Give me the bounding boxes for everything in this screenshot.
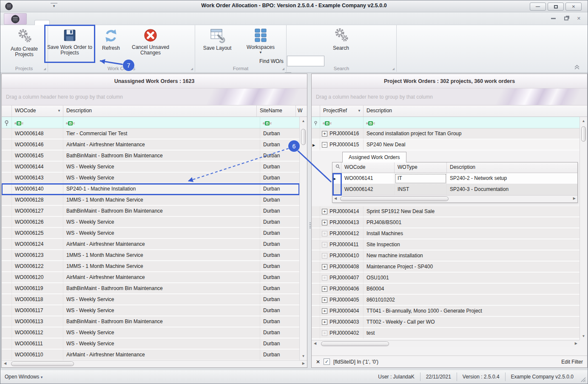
scrollbar-thumb[interactable] (581, 126, 586, 142)
filter-cell-sitename[interactable]: aBc (260, 117, 299, 128)
scrollbar-thumb[interactable] (321, 341, 389, 346)
scroll-right-icon[interactable]: ▶ (575, 341, 577, 345)
table-row[interactable]: WO0006113 BathBinMaint - Bathroom Bin Ma… (2, 316, 299, 327)
filter-dropdown-icon[interactable]: ▼ (358, 109, 361, 113)
scroll-left-icon[interactable]: ◀ (4, 361, 6, 365)
expand-button[interactable]: + (322, 264, 327, 270)
table-row[interactable]: WO0006120 AirMaint - Airfreshner Mainten… (2, 272, 299, 283)
table-row[interactable]: WO0006128 1MMS - 1 Month Machine Service… (2, 195, 299, 206)
expand-button[interactable]: + (322, 319, 327, 325)
project-row[interactable]: + PRJ0000416 Second installation project… (312, 128, 579, 139)
project-row[interactable]: + PRJ0000412 Install Machines (312, 228, 579, 239)
table-row[interactable]: WO0006125 WS - Weekly Service Durban (2, 228, 299, 239)
expand-button[interactable]: + (322, 286, 327, 292)
column-header-sitename[interactable]: SiteName (257, 105, 296, 117)
refresh-button[interactable]: Refresh (98, 28, 124, 51)
resize-grip-icon[interactable] (580, 376, 586, 382)
table-row[interactable]: WO0006144 WS - Weekly Service Durban (2, 162, 299, 173)
vertical-scrollbar[interactable]: ▲ ▼ (579, 117, 587, 340)
project-row[interactable]: + PRJ0000411 Site Inspection (312, 239, 579, 250)
scroll-left-icon[interactable]: ◀ (314, 341, 316, 345)
dialog-launcher-icon[interactable]: ◢ (282, 67, 284, 71)
minimize-button[interactable]: — (530, 3, 546, 11)
column-header-projectref[interactable]: ProjectRef ▼ (320, 105, 364, 117)
scroll-right-icon[interactable]: ▶ (302, 361, 305, 365)
ribbon-tab[interactable] (79, 20, 93, 25)
close-button[interactable]: ✕ (565, 3, 582, 11)
table-row[interactable]: WO0006145 BathBinMaint - Bathroom Bin Ma… (2, 151, 299, 162)
expand-button[interactable]: + (322, 308, 327, 314)
filter-enabled-checkbox[interactable]: ✓ (324, 358, 330, 365)
project-row[interactable]: + PRJ0000414 Sprint SP1912 New Deal Sale (312, 206, 579, 217)
table-row[interactable]: WO0006143 WS - Weekly Service Durban (2, 173, 299, 184)
ribbon-tab[interactable] (34, 20, 50, 25)
column-header-description[interactable]: Description (364, 105, 587, 117)
scroll-up-icon[interactable]: ▲ (300, 119, 307, 123)
table-row[interactable]: WO0006111 WS - Weekly Service Durban (2, 338, 299, 350)
maximize-button[interactable] (548, 3, 564, 11)
expand-button[interactable]: + (322, 297, 327, 303)
scroll-down-icon[interactable]: ▼ (580, 334, 587, 338)
project-row[interactable]: + PRJ0000408 Maintenance Project - SP400 (312, 262, 579, 273)
table-row[interactable]: WO0006117 WS - Weekly Service Durban (2, 305, 299, 316)
expand-button[interactable]: + (322, 275, 327, 281)
filter-dropdown-icon[interactable]: ▼ (57, 109, 61, 113)
find-wo-input[interactable] (287, 56, 324, 66)
table-row[interactable]: WO0006140 SP240-1 - Machine Installation… (2, 184, 299, 195)
edit-filter-link[interactable]: Edit Filter (561, 359, 583, 365)
ribbon-restore-icon[interactable] (564, 17, 568, 20)
project-row[interactable]: + PRJ0000402 test (312, 328, 579, 339)
project-row[interactable]: + PRJ0000413 PRJ408/BS001 (312, 217, 579, 228)
ribbon-tab[interactable] (180, 20, 194, 25)
filter-cell-description[interactable]: aBc (63, 117, 260, 128)
scroll-up-icon[interactable]: ▲ (580, 119, 587, 123)
scrollbar-thumb[interactable] (301, 129, 306, 145)
nested-horizontal-scrollbar[interactable]: ◀ ▶ (332, 195, 577, 202)
scrollbar-thumb[interactable] (340, 196, 449, 201)
table-row[interactable]: WO0006118 WS - Weekly Service Durban (2, 294, 299, 305)
project-row[interactable]: + PRJ0000404 TT041 - Bi-annually, Mono 1… (312, 306, 579, 317)
ribbon-tab[interactable] (194, 20, 209, 25)
ribbon-close-icon[interactable]: ✕ (577, 16, 581, 21)
table-row[interactable]: WO0006146 AirMaint - Airfreshner Mainten… (2, 139, 299, 151)
tab-assigned-work-orders[interactable]: Assigned Work Orders (342, 152, 406, 162)
ribbon-tab[interactable] (151, 20, 165, 25)
ribbon-tab[interactable] (165, 20, 180, 25)
table-row[interactable]: WO0006123 1MMS - 1 Month Machine Service… (2, 250, 299, 261)
dialog-launcher-icon[interactable]: ◢ (191, 67, 193, 71)
expand-button[interactable]: + (322, 242, 327, 247)
horizontal-scrollbar[interactable]: ◀ ▶ (2, 360, 307, 367)
scrollbar-thumb[interactable] (11, 361, 74, 366)
dialog-launcher-icon[interactable]: ◢ (392, 67, 395, 71)
search-button[interactable]: Search (327, 27, 355, 51)
application-menu-button[interactable] (4, 13, 27, 25)
horizontal-scrollbar[interactable]: ◀ ▶ (312, 340, 579, 347)
save-work-order-to-projects-button[interactable]: Save Work Order to Projects (45, 26, 94, 62)
ribbon-tab[interactable] (64, 20, 79, 25)
column-header-description[interactable]: Description (63, 105, 257, 117)
table-row[interactable]: WO0006112 WS - Weekly Service Durban (2, 327, 299, 338)
table-row[interactable]: WO0006119 BathBinMaint - Bathroom Bin Ma… (2, 283, 299, 294)
project-row[interactable]: + PRJ0000410 New machine installation (312, 250, 579, 262)
scroll-left-icon[interactable]: ◀ (334, 196, 337, 200)
table-row[interactable]: WO0006122 1MMS - 1 Month Machine Service… (2, 261, 299, 272)
cancel-unsaved-changes-button[interactable]: Cancel Unsaved Changes (125, 28, 176, 56)
table-row[interactable]: WO0006124 AirMaint - Airfreshner Mainten… (2, 239, 299, 250)
project-row[interactable]: + PRJ0000407 OSU1001 (312, 273, 579, 284)
collapse-ribbon-icon[interactable] (574, 65, 580, 70)
ribbon-minimize-icon[interactable] (551, 18, 556, 19)
ribbon-tab[interactable] (50, 20, 64, 25)
clear-filter-icon[interactable]: ✕ (316, 359, 320, 365)
auto-create-projects-button[interactable]: Auto Create Projects (4, 28, 45, 57)
project-row[interactable]: + PRJ0000405 8601010202 (312, 295, 579, 306)
expand-button[interactable]: + (322, 209, 327, 214)
dialog-launcher-icon[interactable]: ◢ (44, 67, 46, 71)
ribbon-tab[interactable] (136, 20, 151, 25)
table-row[interactable]: WO0006110 AirMaint - Airfreshner Mainten… (2, 350, 299, 360)
project-row[interactable]: + PRJ0000403 TT002 - Weekly - Call per W… (312, 317, 579, 328)
expand-button[interactable]: + (322, 220, 327, 225)
ribbon-tab[interactable] (122, 20, 136, 25)
panel-splitter[interactable] (307, 74, 311, 368)
ribbon-tab[interactable] (108, 20, 122, 25)
scroll-down-icon[interactable]: ▼ (300, 354, 307, 358)
